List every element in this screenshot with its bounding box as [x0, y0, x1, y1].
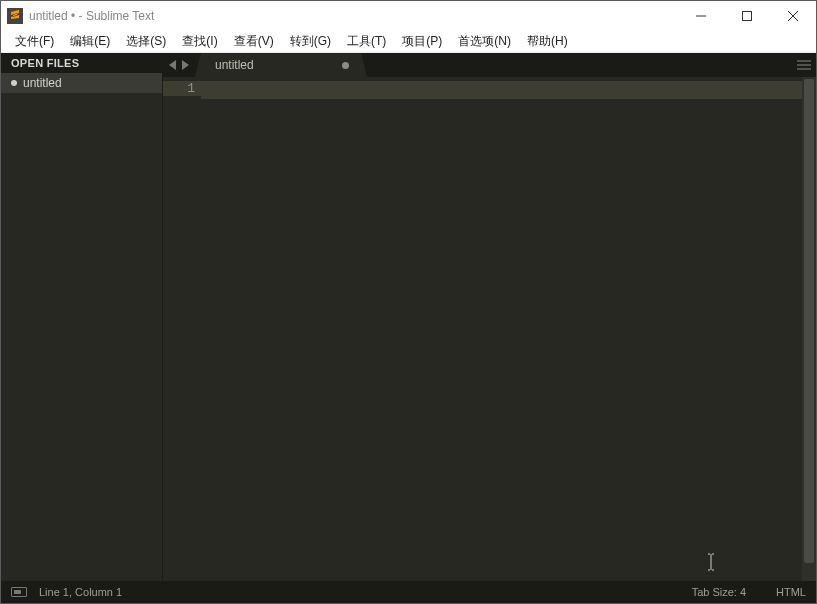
menu-tools[interactable]: 工具(T) — [339, 31, 394, 52]
tab-prev-icon[interactable] — [169, 60, 177, 70]
menu-select[interactable]: 选择(S) — [118, 31, 174, 52]
current-line-highlight — [201, 81, 802, 99]
editor-area: untitled 1 — [163, 53, 816, 581]
app-icon — [7, 8, 23, 24]
panel-switcher-icon[interactable] — [11, 587, 27, 597]
close-button[interactable] — [770, 1, 816, 31]
menubar: 文件(F) 编辑(E) 选择(S) 查找(I) 查看(V) 转到(G) 工具(T… — [1, 31, 816, 53]
svg-marker-5 — [169, 60, 176, 70]
scrollbar-thumb[interactable] — [804, 79, 814, 563]
open-file-item[interactable]: untitled — [1, 73, 162, 93]
status-syntax[interactable]: HTML — [776, 586, 806, 598]
menu-project[interactable]: 项目(P) — [394, 31, 450, 52]
tab-overflow-button[interactable] — [792, 53, 816, 77]
status-tab-size[interactable]: Tab Size: 4 — [692, 586, 746, 598]
sidebar: OPEN FILES untitled — [1, 53, 163, 581]
text-cursor-icon — [706, 553, 716, 574]
menu-find[interactable]: 查找(I) — [174, 31, 225, 52]
tab-next-icon[interactable] — [181, 60, 189, 70]
gutter: 1 — [163, 77, 201, 581]
menu-file[interactable]: 文件(F) — [7, 31, 62, 52]
tab-label: untitled — [215, 58, 254, 72]
line-number: 1 — [163, 81, 201, 96]
workarea: OPEN FILES untitled untitled — [1, 53, 816, 581]
titlebar: untitled • - Sublime Text — [1, 1, 816, 31]
menu-edit[interactable]: 编辑(E) — [62, 31, 118, 52]
editor: 1 — [163, 77, 816, 581]
minimize-button[interactable] — [678, 1, 724, 31]
menu-help[interactable]: 帮助(H) — [519, 31, 576, 52]
menu-view[interactable]: 查看(V) — [226, 31, 282, 52]
svg-rect-2 — [743, 12, 752, 21]
tabbar: untitled — [163, 53, 816, 77]
vertical-scrollbar[interactable] — [802, 77, 816, 581]
window-title: untitled • - Sublime Text — [29, 9, 154, 23]
svg-marker-6 — [182, 60, 189, 70]
menu-goto[interactable]: 转到(G) — [282, 31, 339, 52]
menu-prefs[interactable]: 首选项(N) — [450, 31, 519, 52]
svg-rect-0 — [7, 8, 23, 24]
status-position[interactable]: Line 1, Column 1 — [39, 586, 122, 598]
sidebar-open-files-header: OPEN FILES — [1, 53, 162, 73]
window-controls — [678, 1, 816, 31]
code-area[interactable] — [201, 77, 802, 581]
tab-untitled[interactable]: untitled — [201, 53, 361, 77]
open-file-label: untitled — [23, 76, 62, 90]
dirty-indicator-icon — [11, 80, 17, 86]
maximize-button[interactable] — [724, 1, 770, 31]
tab-dirty-icon[interactable] — [342, 62, 349, 69]
statusbar: Line 1, Column 1 Tab Size: 4 HTML — [1, 581, 816, 603]
